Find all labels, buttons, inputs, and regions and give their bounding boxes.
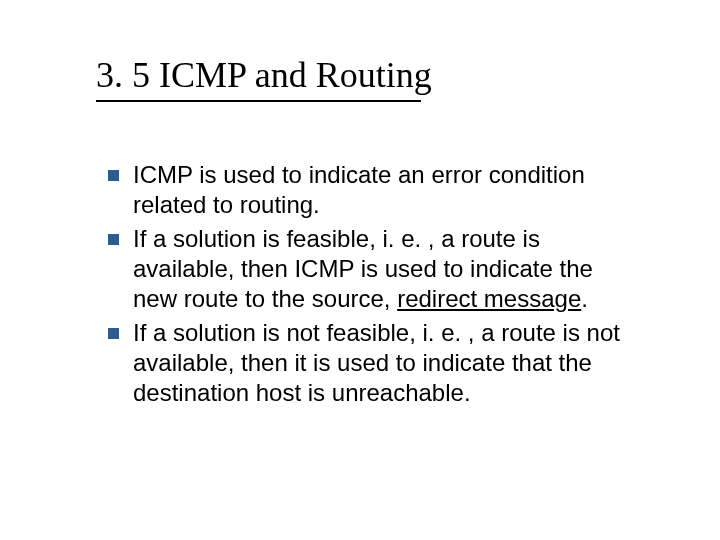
slide-body: ICMP is used to indicate an error condit… <box>108 160 628 412</box>
square-bullet-icon <box>108 328 119 339</box>
title-underline <box>96 100 421 102</box>
list-item: If a solution is feasible, i. e. , a rou… <box>108 224 628 314</box>
list-item: If a solution is not feasible, i. e. , a… <box>108 318 628 408</box>
square-bullet-icon <box>108 234 119 245</box>
list-item: ICMP is used to indicate an error condit… <box>108 160 628 220</box>
underlined-phrase: redirect message <box>397 285 581 312</box>
list-item-text: ICMP is used to indicate an error condit… <box>133 160 628 220</box>
list-item-text: If a solution is feasible, i. e. , a rou… <box>133 224 628 314</box>
list-item-text: If a solution is not feasible, i. e. , a… <box>133 318 628 408</box>
text-run: . <box>581 285 588 312</box>
square-bullet-icon <box>108 170 119 181</box>
slide: 3. 5 ICMP and Routing ICMP is used to in… <box>0 0 720 540</box>
slide-title: 3. 5 ICMP and Routing <box>96 54 432 96</box>
